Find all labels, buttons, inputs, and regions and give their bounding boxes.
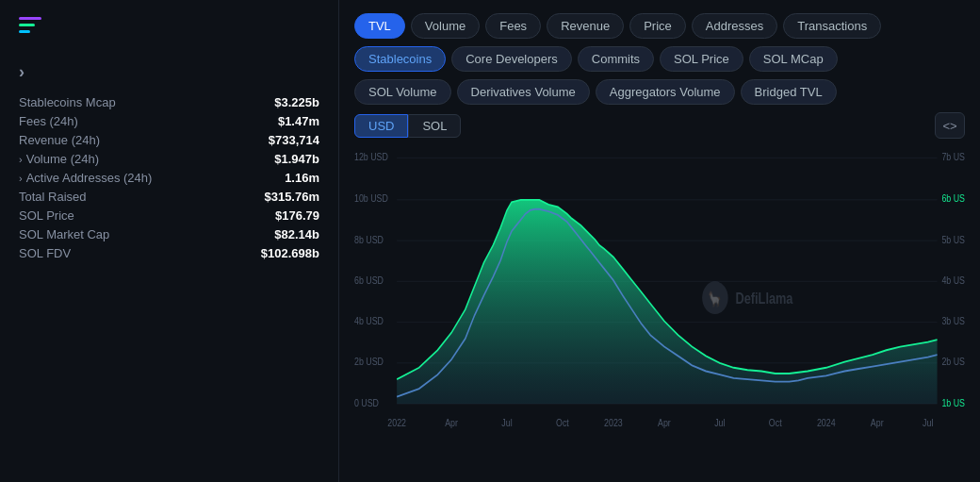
chart-area: 12b USD 10b USD 8b USD 6b USD 4b USD 2b …	[354, 146, 965, 473]
svg-text:Jul: Jul	[923, 417, 933, 428]
metric-row: Total Raised$315.76m	[19, 190, 319, 204]
metric-label: ›Volume (24h)	[19, 152, 99, 166]
tvl-value: ›	[19, 62, 319, 82]
main-tab-volume[interactable]: Volume	[411, 13, 480, 39]
main-tab-fees[interactable]: Fees	[485, 13, 541, 39]
main-tab-revenue[interactable]: Revenue	[547, 13, 624, 39]
svg-text:5b USD: 5b USD	[941, 234, 965, 245]
metric-label: Total Raised	[19, 190, 87, 204]
sub-tab-sol-price[interactable]: SOL Price	[660, 46, 743, 72]
svg-text:Jul: Jul	[501, 417, 512, 428]
svg-text:2022: 2022	[387, 417, 406, 428]
tvl-arrow-icon: ›	[19, 62, 24, 82]
sub-tab2-bridged-tvl[interactable]: Bridged TVL	[741, 79, 837, 105]
sub-tab-commits[interactable]: Commits	[578, 46, 654, 72]
svg-text:4b USD: 4b USD	[941, 274, 965, 286]
svg-text:10b USD: 10b USD	[354, 192, 388, 204]
right-panel: TVLVolumeFeesRevenuePriceAddressesTransa…	[339, 0, 980, 482]
logo-row	[19, 17, 319, 36]
svg-text:0 USD: 0 USD	[354, 397, 379, 408]
sub-tab-sol-mcap[interactable]: SOL MCap	[749, 46, 838, 72]
currency-row: USDSOL	[354, 114, 461, 138]
metric-row: SOL Price$176.79	[19, 208, 319, 223]
metric-value: $82.14b	[274, 227, 319, 241]
metric-label: SOL FDV	[19, 246, 71, 260]
metric-label: Revenue (24h)	[19, 133, 100, 147]
svg-text:2b USD: 2b USD	[941, 356, 965, 367]
metric-value: $3.225b	[274, 95, 319, 109]
svg-text:Oct: Oct	[556, 417, 569, 428]
currency-row-wrapper: USDSOL <>	[354, 112, 965, 139]
embed-button[interactable]: <>	[935, 112, 965, 139]
metric-label: Stablecoins Mcap	[19, 95, 116, 109]
metric-value: $315.76m	[264, 190, 319, 204]
chart-svg: 12b USD 10b USD 8b USD 6b USD 4b USD 2b …	[354, 146, 965, 473]
svg-text:DefiLlama: DefiLlama	[736, 290, 794, 307]
svg-text:Apr: Apr	[445, 417, 458, 428]
solana-logo-icon	[19, 17, 41, 36]
sub-tab-core-developers[interactable]: Core Developers	[451, 46, 572, 72]
metric-value: $1.47m	[278, 114, 319, 128]
svg-text:Oct: Oct	[769, 417, 782, 428]
metric-row: SOL Market Cap$82.14b	[19, 227, 319, 241]
svg-text:2b USD: 2b USD	[354, 356, 384, 367]
sub-tab-row-2: SOL VolumeDerivatives VolumeAggregators …	[354, 79, 965, 105]
metric-row: SOL FDV$102.698b	[19, 246, 319, 260]
svg-text:1b USD: 1b USD	[941, 397, 965, 408]
metric-value: $176.79	[275, 208, 319, 223]
metric-value: $733,714	[269, 133, 319, 147]
svg-text:12b USD: 12b USD	[354, 151, 388, 162]
metric-value: 1.16m	[285, 171, 319, 185]
svg-text:6b USD: 6b USD	[941, 192, 965, 204]
svg-text:4b USD: 4b USD	[354, 315, 384, 326]
main-tab-addresses[interactable]: Addresses	[692, 13, 777, 39]
metric-arrow-icon: ›	[19, 173, 23, 184]
svg-text:3b USD: 3b USD	[941, 315, 965, 326]
svg-text:7b USD: 7b USD	[941, 151, 965, 162]
svg-text:Apr: Apr	[658, 417, 671, 428]
sub-tab2-aggregators-volume[interactable]: Aggregators Volume	[596, 79, 735, 105]
main-tab-row: TVLVolumeFeesRevenuePriceAddressesTransa…	[354, 13, 965, 39]
metric-arrow-icon: ›	[19, 154, 23, 165]
svg-text:Apr: Apr	[871, 417, 884, 428]
left-panel: › Stablecoins Mcap$3.225bFees (24h)$1.47…	[0, 0, 339, 482]
metric-row: Fees (24h)$1.47m	[19, 114, 319, 128]
metric-value: $1.947b	[274, 152, 319, 166]
main-tab-price[interactable]: Price	[629, 13, 686, 39]
currency-btn-usd[interactable]: USD	[354, 114, 408, 138]
currency-btn-sol[interactable]: SOL	[408, 114, 461, 138]
sub-tab2-sol-volume[interactable]: SOL Volume	[354, 79, 451, 105]
metric-value: $102.698b	[261, 246, 319, 260]
metric-row: ›Volume (24h)$1.947b	[19, 152, 319, 166]
metric-row: ›Active Addresses (24h)1.16m	[19, 171, 319, 185]
svg-text:🦙: 🦙	[708, 290, 722, 307]
metric-label: SOL Market Cap	[19, 227, 109, 241]
main-tab-tvl[interactable]: TVL	[354, 13, 405, 39]
svg-text:Jul: Jul	[714, 417, 725, 428]
metric-row: Stablecoins Mcap$3.225b	[19, 95, 319, 109]
svg-text:2023: 2023	[604, 417, 623, 428]
metric-row: Revenue (24h)$733,714	[19, 133, 319, 147]
svg-text:6b USD: 6b USD	[354, 274, 384, 286]
svg-text:8b USD: 8b USD	[354, 234, 384, 245]
metric-label: Fees (24h)	[19, 114, 78, 128]
sub-tab-row-1: StablecoinsCore DevelopersCommitsSOL Pri…	[354, 46, 965, 72]
main-tab-transactions[interactable]: Transactions	[783, 13, 881, 39]
metrics-table: Stablecoins Mcap$3.225bFees (24h)$1.47mR…	[19, 95, 319, 260]
svg-text:2024: 2024	[817, 417, 836, 428]
sub-tab2-derivatives-volume[interactable]: Derivatives Volume	[457, 79, 590, 105]
sub-tab-stablecoins[interactable]: Stablecoins	[354, 46, 446, 72]
metric-label: SOL Price	[19, 208, 74, 223]
metric-label: ›Active Addresses (24h)	[19, 171, 152, 185]
